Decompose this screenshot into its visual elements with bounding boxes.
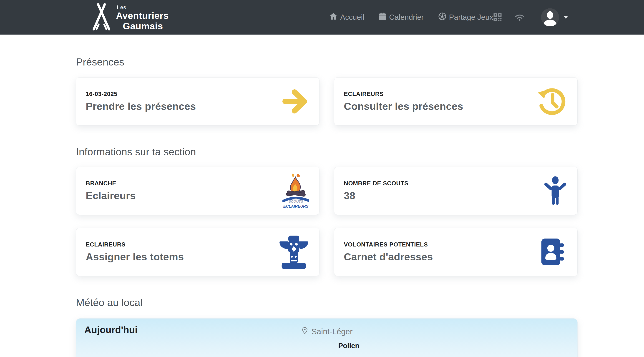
- totem-icon: [278, 234, 309, 270]
- qr-code-icon: [493, 13, 502, 22]
- nav-item-label: Partage Jeux: [449, 13, 493, 22]
- brand-aventuriers: Aventuriers: [116, 11, 169, 20]
- card-label: VOLONTAIRES POTENTIELS: [344, 241, 433, 248]
- svg-text:ECLAIREURS: ECLAIREURS: [283, 204, 308, 208]
- card-title: Assigner les totems: [86, 251, 184, 263]
- card-label: BRANCHE: [86, 180, 136, 187]
- pollen-column-header: Pollen: [338, 342, 359, 350]
- card-consulter-presences[interactable]: ECLAIREURS Consulter les présences: [334, 77, 578, 126]
- card-title: 38: [344, 190, 408, 202]
- navbar: Les Aventuriers Gaumais Accueil Calendri…: [0, 0, 644, 34]
- wifi-icon: [514, 13, 524, 21]
- address-book-icon: [539, 238, 567, 266]
- card-text: BRANCHE Eclaireurs: [86, 180, 136, 202]
- section-info-card-grid: BRANCHE Eclaireurs les SCOUTS ECLAIR: [76, 167, 578, 276]
- nav-item-partage-jeux[interactable]: Partage Jeux: [438, 12, 493, 22]
- card-text: VOLONTAIRES POTENTIELS Carnet d'adresses: [344, 241, 433, 263]
- card-label: ECLAIREURS: [86, 241, 184, 248]
- card-title: Eclaireurs: [86, 190, 136, 202]
- weather-location-row: Saint-Léger: [301, 327, 353, 336]
- brand-les: Les: [117, 5, 169, 10]
- weather-card: Aujourd'hui Saint-Léger Pollen: [76, 318, 578, 357]
- card-assigner-totems[interactable]: ECLAIREURS Assigner les totems: [76, 228, 320, 276]
- card-carnet-adresses[interactable]: VOLONTAIRES POTENTIELS Carnet d'adresses: [334, 228, 578, 276]
- card-title: Prendre les présences: [86, 100, 196, 112]
- card-label: 16-03-2025: [86, 90, 196, 98]
- user-menu-avatar[interactable]: [541, 8, 559, 26]
- brand-logo[interactable]: Les Aventuriers Gaumais: [89, 3, 169, 32]
- card-nombre-scouts[interactable]: NOMBRE DE SCOUTS 38: [334, 167, 578, 215]
- card-text: NOMBRE DE SCOUTS 38: [344, 180, 408, 202]
- eclaireurs-campfire-logo: les SCOUTS ECLAIREURS: [282, 172, 309, 209]
- home-icon: [330, 12, 337, 22]
- brand-text: Les Aventuriers Gaumais: [116, 5, 169, 31]
- card-label: ECLAIREURS: [344, 90, 463, 98]
- navbar-right: Accueil Calendrier: [330, 8, 568, 26]
- weather-location: Saint-Léger: [312, 327, 353, 336]
- card-title: Carnet d'adresses: [344, 251, 433, 263]
- card-prendre-presences[interactable]: 16-03-2025 Prendre les présences: [76, 77, 320, 126]
- nav-item-label: Accueil: [340, 13, 364, 22]
- svg-text:SCOUTS: SCOUTS: [288, 200, 303, 203]
- brand-gaumais: Gaumais: [123, 22, 169, 31]
- nav-item-label: Calendrier: [389, 13, 424, 22]
- card-label: NOMBRE DE SCOUTS: [344, 180, 408, 187]
- nav-item-calendrier[interactable]: Calendrier: [379, 12, 424, 22]
- card-title: Consulter les présences: [344, 100, 463, 112]
- nav-item-accueil[interactable]: Accueil: [330, 12, 364, 22]
- section-title-presences: Présences: [76, 57, 578, 67]
- calendar-icon: [379, 12, 386, 22]
- user-icon: [541, 8, 559, 26]
- soccer-ball-icon: [438, 12, 446, 22]
- caret-down-icon[interactable]: [564, 16, 568, 19]
- history-icon: [536, 86, 567, 117]
- card-branche[interactable]: BRANCHE Eclaireurs les SCOUTS ECLAIR: [76, 167, 320, 215]
- wifi-button[interactable]: [514, 13, 524, 21]
- section-title-meteo: Météo au local: [76, 298, 578, 308]
- card-text: ECLAIREURS Consulter les présences: [344, 90, 463, 112]
- card-text: 16-03-2025 Prendre les présences: [86, 90, 196, 112]
- card-text: ECLAIREURS Assigner les totems: [86, 241, 184, 263]
- location-pin-icon: [301, 327, 309, 336]
- section-title-informations: Informations sur ta section: [76, 147, 578, 157]
- child-icon: [543, 176, 567, 205]
- qr-code-button[interactable]: [493, 13, 502, 22]
- tipi-icon: [89, 3, 114, 32]
- arrow-right-icon: [282, 88, 309, 115]
- main-content: Présences 16-03-2025 Prendre les présenc…: [76, 57, 578, 357]
- presences-card-grid: 16-03-2025 Prendre les présences ECLAIRE…: [76, 77, 578, 126]
